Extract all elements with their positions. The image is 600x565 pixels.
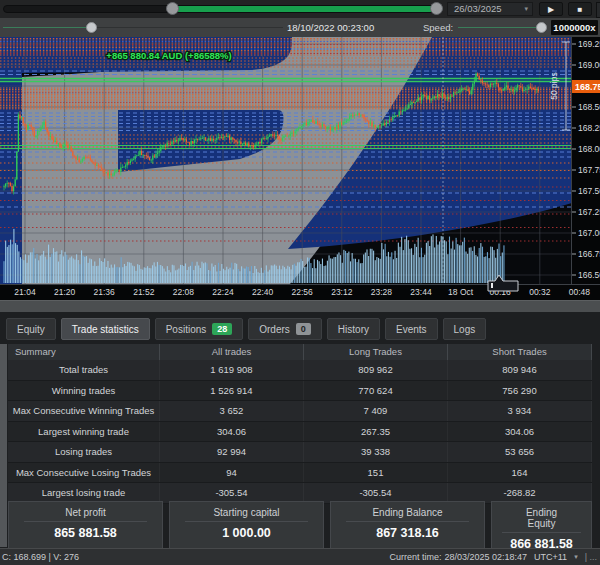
card-value: 867 318.16 [376, 526, 439, 540]
time-slider-handle[interactable] [86, 22, 97, 33]
table-row[interactable]: Winning trades1 526 914770 624756 290 [8, 381, 592, 402]
price-axis-tick: 167.25 [578, 207, 600, 217]
tab-equity[interactable]: Equity [6, 318, 56, 340]
row-value: 1 619 908 [160, 360, 304, 380]
tab-label: Logs [454, 324, 476, 335]
time-slider-track-right [97, 27, 283, 28]
time-axis-tick: 21:04 [14, 287, 36, 297]
column-header[interactable]: Short Trades [448, 344, 592, 360]
table-row[interactable]: Max Consecutive Winning Trades3 6527 409… [8, 401, 592, 422]
tab-count-badge: 0 [296, 323, 311, 335]
progress-handle-end[interactable] [430, 2, 443, 15]
row-label: Losing trades [8, 442, 160, 462]
row-value: 304.06 [448, 422, 592, 442]
row-value: 92 994 [160, 442, 304, 462]
chevron-down-icon: ▾ [524, 3, 528, 15]
table-row[interactable]: Largest winning trade304.06267.35304.06 [8, 422, 592, 443]
tab-count-badge: 28 [212, 323, 232, 335]
tab-history[interactable]: History [327, 318, 380, 340]
row-value: 756 290 [448, 381, 592, 401]
row-value: 1 526 914 [160, 381, 304, 401]
tab-logs[interactable]: Logs [443, 318, 487, 340]
stop-icon: ■ [578, 5, 583, 14]
table-body: Total trades1 619 908809 962809 946Winni… [8, 360, 592, 504]
pips-measure-label: 50 pips [549, 72, 559, 99]
play-button[interactable]: ▶ [539, 2, 563, 16]
row-label: Largest winning trade [8, 422, 160, 442]
row-value: 94 [160, 463, 304, 483]
price-axis-tick: 166.75 [578, 249, 600, 259]
row-value: 3 652 [160, 401, 304, 421]
price-axis-tick: 168.50 [578, 102, 600, 112]
progress-handle-start[interactable] [166, 2, 179, 15]
row-value: -268.82 [448, 483, 592, 503]
time-axis-tick: 23:28 [371, 287, 393, 297]
current-time-value: 28/03/2025 02:18:47 [444, 552, 527, 562]
summary-card-ending-equity: Ending Equity866 881.58 [491, 501, 592, 552]
speed-slider-handle[interactable] [536, 22, 547, 33]
card-value: 865 881.58 [54, 526, 117, 540]
time-axis-tick: 23:44 [410, 287, 432, 297]
table-row[interactable]: Losing trades92 99439 33853 656 [8, 442, 592, 463]
price-axis-tick: 168.00 [578, 144, 600, 154]
time-axis-tick: 22:56 [292, 287, 314, 297]
column-header[interactable]: Summary [8, 344, 160, 360]
table-row[interactable]: Max Consecutive Losing Trades94151164 [8, 463, 592, 484]
date-picker[interactable]: 26/03/2025 ▾ [447, 2, 533, 16]
calendar-button-clipped[interactable] [596, 2, 600, 18]
speed-label: Speed: [423, 22, 453, 33]
tab-label: Equity [17, 324, 45, 335]
status-bar: C: 168.699 | V: 276 Current time: 28/03/… [0, 548, 600, 565]
table-row[interactable]: Total trades1 619 908809 962809 946 [8, 360, 592, 381]
column-header[interactable]: All trades [160, 344, 304, 360]
tab-label: Positions [166, 324, 207, 335]
panel-resize-gutter[interactable] [0, 344, 7, 547]
stop-button[interactable]: ■ [568, 2, 592, 16]
timezone-selector[interactable]: UTC+11 [534, 552, 567, 562]
card-label: Starting capital [185, 507, 307, 522]
tab-trade-statistics[interactable]: Trade statistics [61, 318, 150, 340]
price-axis-tick: 169.00 [578, 60, 600, 70]
price-chart[interactable]: +865 880.84 AUD (+86588%)50 pips169.2516… [0, 37, 600, 300]
time-axis-tick: 21:36 [94, 287, 116, 297]
row-value: 53 656 [448, 442, 592, 462]
tab-label: Events [396, 324, 427, 335]
date-picker-value: 26/03/2025 [454, 3, 502, 15]
row-value: 3 934 [448, 401, 592, 421]
speed-toolbar: 18/10/2022 00:23:00 Speed: 1000000x [0, 18, 600, 37]
chart-panel-splitter[interactable] [0, 300, 600, 312]
row-label: Max Consecutive Losing Trades [8, 463, 160, 483]
row-value: 809 962 [304, 360, 448, 380]
card-label: Ending Equity [502, 507, 581, 533]
time-axis-tick: 22:24 [212, 287, 234, 297]
time-axis-tick: 18 Oct [448, 287, 474, 297]
speed-value-box[interactable]: 1000000x [551, 20, 598, 35]
row-value: -305.54 [304, 483, 448, 503]
results-tab-bar: EquityTrade statisticsPositions28Orders0… [6, 318, 486, 340]
tab-events[interactable]: Events [385, 318, 438, 340]
candlestick-chart-canvas[interactable]: +865 880.84 AUD (+86588%)50 pips169.2516… [0, 37, 600, 300]
time-axis-tick: 00:48 [569, 287, 591, 297]
current-price-tag: 168.75 [575, 82, 600, 92]
column-header[interactable]: Long Trades [304, 344, 448, 360]
price-axis-tick: 167.75 [578, 165, 600, 175]
row-label: Winning trades [8, 381, 160, 401]
summary-card-starting-capital: Starting capital1 000.00 [169, 501, 324, 552]
summary-cards: Net profit865 881.58Starting capital1 00… [8, 501, 592, 546]
price-axis-tick: 168.25 [578, 123, 600, 133]
card-value: 1 000.00 [222, 526, 271, 540]
price-axis-tick: 167.50 [578, 186, 600, 196]
price-axis-tick: 169.25 [578, 39, 600, 49]
tab-orders[interactable]: Orders0 [248, 318, 322, 340]
time-axis-tick: 22:08 [173, 287, 195, 297]
speed-value: 1000000x [553, 22, 595, 33]
time-axis-tick: 21:20 [54, 287, 76, 297]
chevron-down-icon[interactable]: ▾ [574, 553, 578, 561]
time-axis-tick: 21:52 [133, 287, 155, 297]
statusbar-overflow[interactable]: | ... [585, 552, 597, 562]
time-axis-tick: 23:12 [331, 287, 353, 297]
card-label: Ending Balance [346, 507, 468, 522]
tab-positions[interactable]: Positions28 [155, 318, 244, 340]
backtester-window: 26/03/2025 ▾ ▶ ■ 18/10/2022 00:23:00 Spe… [0, 0, 600, 565]
summary-card-net-profit: Net profit865 881.58 [8, 501, 163, 552]
